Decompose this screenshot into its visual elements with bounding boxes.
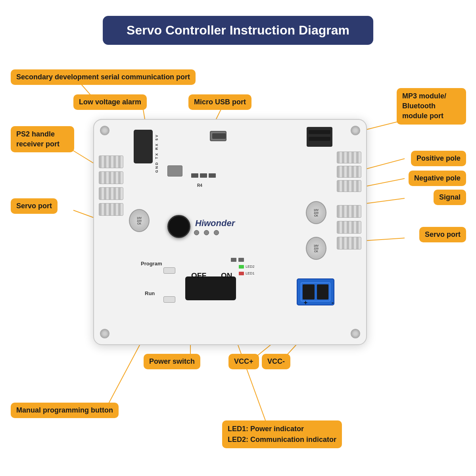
label-signal: Signal — [434, 190, 466, 205]
title-text: Servo Controller Instruction Diagram — [127, 23, 349, 37]
run-button — [163, 296, 175, 303]
r4-text: R4 — [197, 183, 202, 188]
label-manual-prog-text: Manual programming button — [16, 406, 113, 414]
power-switch-body — [185, 276, 236, 300]
label-secondary-dev-text: Secondary development serial communicati… — [16, 73, 190, 81]
inductor-right-top: 10V220CK — [306, 201, 326, 224]
led2-light — [239, 265, 244, 269]
label-led-indicators: LED1: Power indicatorLED2: Communication… — [222, 420, 342, 448]
dots-row — [194, 230, 219, 235]
label-servo-left-text: Servo port — [16, 202, 52, 210]
label-low-voltage: Low voltage alarm — [73, 94, 147, 110]
label-power-switch-text: Power switch — [149, 357, 195, 365]
led1-light — [239, 272, 244, 275]
terminal-block — [297, 278, 334, 305]
label-vcc-plus: VCC+ — [228, 354, 259, 369]
led1-text: LED1 — [246, 271, 255, 275]
label-vcc-plus-text: VCC+ — [234, 357, 253, 365]
label-negative-text: Negative pole — [414, 174, 461, 182]
label-positive-text: Positive pole — [416, 154, 461, 162]
run-label: Run — [145, 290, 155, 296]
title-banner: Servo Controller Instruction Diagram — [103, 16, 373, 45]
servo-connectors-right — [337, 205, 361, 250]
label-vcc-minus: VCC- — [262, 354, 290, 369]
label-positive: Positive pole — [411, 151, 466, 166]
on-label: ON — [221, 271, 232, 280]
label-micro-usb-text: Micro USB port — [194, 98, 246, 106]
led1-row: LED1 — [239, 271, 255, 275]
serial-port-connector — [134, 130, 153, 163]
label-mp3: MP3 module/Bluetoothmodule port — [397, 88, 466, 125]
servo-connectors-left — [99, 155, 123, 216]
label-servo-port-left: Servo port — [11, 198, 58, 214]
off-label: OFF — [191, 271, 206, 280]
plus-sign: + — [304, 299, 307, 306]
low-voltage-component — [167, 165, 182, 177]
label-secondary-dev: Secondary development serial communicati… — [11, 69, 196, 85]
program-button — [163, 267, 175, 274]
r4-label: R4 — [197, 181, 202, 188]
buzzer — [167, 215, 190, 238]
label-micro-usb: Micro USB port — [188, 94, 251, 110]
led2-text: LED2 — [246, 265, 255, 269]
label-servo-port-right: Servo port — [419, 227, 466, 242]
inductor-right-bottom: 16V220CK — [306, 237, 326, 260]
label-manual-programming: Manual programming button — [11, 403, 119, 418]
label-negative: Negative pole — [409, 171, 466, 186]
label-ps2: PS2 handlereceiver port — [11, 126, 74, 152]
hiwonder-logo: Hiwonder — [195, 218, 235, 228]
label-vcc-minus-text: VCC- — [267, 357, 285, 365]
serial-labels: GND TX RX 5V — [155, 134, 159, 173]
power-connectors-right — [337, 152, 361, 194]
mount-hole-tl — [100, 126, 109, 135]
label-signal-text: Signal — [439, 193, 461, 201]
mp3-bt-port — [307, 127, 332, 147]
label-low-voltage-text: Low voltage alarm — [79, 98, 141, 106]
mount-hole-br — [351, 329, 360, 338]
mount-hole-tr — [351, 126, 360, 135]
mount-hole-bl — [100, 329, 109, 338]
pcb-board: GND TX RX 5V R4 10V220CK — [93, 119, 367, 345]
program-label: Program — [141, 261, 162, 267]
smd-chips — [191, 173, 216, 178]
minus-sign: - — [332, 299, 334, 306]
micro-usb-port — [210, 131, 226, 141]
label-servo-right-text: Servo port — [425, 230, 461, 238]
smd-near-led — [231, 258, 244, 262]
svg-line-8 — [73, 210, 95, 218]
led2-row: LED2 — [239, 265, 255, 269]
inductor-left: 10V220CK — [129, 209, 150, 232]
label-power-switch: Power switch — [144, 354, 200, 369]
